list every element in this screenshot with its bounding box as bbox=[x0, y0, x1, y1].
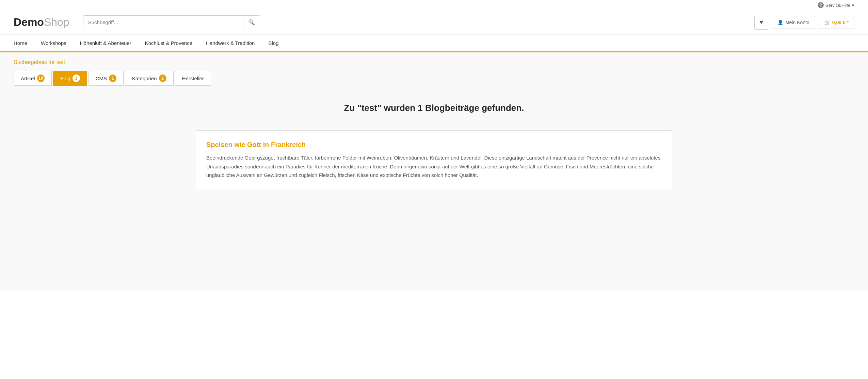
blog-result-text: Beeindruckende Gebirgszüge, fruchtbare T… bbox=[206, 153, 662, 180]
chevron-down-icon: ▾ bbox=[852, 3, 854, 8]
tab-blog-label: Blog bbox=[60, 76, 70, 81]
tab-artikel-label: Artikel bbox=[21, 76, 35, 81]
account-label: Mein Konto bbox=[785, 20, 809, 25]
nav-item-blog[interactable]: Blog bbox=[261, 35, 285, 52]
tab-kategorien-label: Kategorien bbox=[132, 76, 157, 81]
main-content: Suchergebnis für test Artikel 10 Blog 1 … bbox=[0, 52, 868, 291]
nav-item-handwerk[interactable]: Handwerk & Tradition bbox=[199, 35, 261, 52]
tab-hersteller[interactable]: Hersteller bbox=[175, 71, 211, 86]
search-input[interactable] bbox=[83, 16, 243, 29]
tab-kategorien[interactable]: Kategorien 2 bbox=[125, 71, 174, 86]
question-icon: ? bbox=[818, 2, 824, 8]
tab-hersteller-label: Hersteller bbox=[182, 76, 204, 81]
blog-result-card: Speisen wie Gott in Frankreich Beeindruc… bbox=[196, 130, 672, 190]
tab-blog-badge: 1 bbox=[73, 75, 80, 82]
account-button[interactable]: 👤 Mein Konto bbox=[772, 16, 815, 29]
service-help-label: Service/Hilfe bbox=[825, 3, 850, 8]
header: DemoShop 🔍 ♥ 👤 Mein Konto 🛒 0,00 € * bbox=[0, 10, 868, 35]
tab-artikel[interactable]: Artikel 10 bbox=[14, 71, 52, 86]
tab-artikel-badge: 10 bbox=[37, 75, 45, 82]
nav-item-home[interactable]: Home bbox=[14, 35, 34, 52]
cart-icon: 🛒 bbox=[824, 20, 830, 25]
tab-kategorien-badge: 2 bbox=[159, 75, 166, 82]
tab-cms[interactable]: CMS 1 bbox=[89, 71, 124, 86]
logo-shop: Shop bbox=[44, 16, 69, 28]
search-button[interactable]: 🔍 bbox=[243, 16, 260, 29]
blog-result-title[interactable]: Speisen wie Gott in Frankreich bbox=[206, 141, 662, 149]
logo-demo: Demo bbox=[14, 16, 44, 28]
search-bar: 🔍 bbox=[83, 15, 260, 29]
logo[interactable]: DemoShop bbox=[14, 16, 69, 29]
header-actions: ♥ 👤 Mein Konto 🛒 0,00 € * bbox=[754, 15, 854, 30]
cart-amount: 0,00 € * bbox=[832, 20, 849, 25]
service-help-link[interactable]: ? Service/Hilfe ▾ bbox=[818, 2, 854, 8]
result-heading: Zu "test" wurden 1 Blogbeiträge gefunden… bbox=[14, 96, 854, 120]
tab-cms-badge: 1 bbox=[109, 75, 116, 82]
nav-item-workshops[interactable]: Workshops bbox=[34, 35, 73, 52]
tab-blog[interactable]: Blog 1 bbox=[53, 71, 87, 86]
top-bar: ? Service/Hilfe ▾ bbox=[0, 0, 868, 10]
search-result-label: Suchergebnis für test bbox=[14, 59, 854, 65]
search-icon: 🔍 bbox=[248, 19, 255, 25]
main-nav: Home Workshops Höhenluft & Abenteuer Koc… bbox=[0, 35, 868, 52]
cart-button[interactable]: 🛒 0,00 € * bbox=[819, 16, 854, 29]
nav-item-hoehenluft[interactable]: Höhenluft & Abenteuer bbox=[73, 35, 138, 52]
wishlist-button[interactable]: ♥ bbox=[754, 15, 768, 30]
tab-cms-label: CMS bbox=[96, 76, 107, 81]
nav-item-kochlust[interactable]: Kochlust & Provence bbox=[138, 35, 199, 52]
heart-icon: ♥ bbox=[759, 19, 763, 26]
search-tabs: Artikel 10 Blog 1 CMS 1 Kategorien 2 Her… bbox=[14, 71, 854, 86]
user-icon: 👤 bbox=[777, 20, 783, 25]
